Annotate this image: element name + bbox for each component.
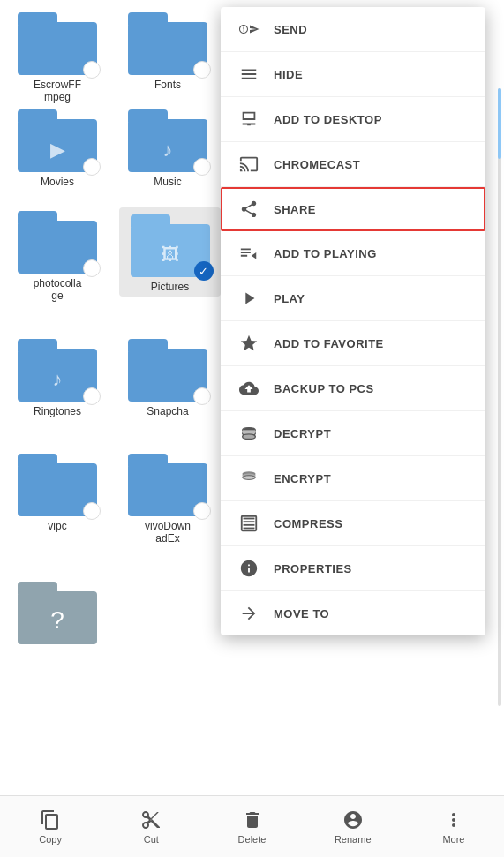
playlist-add-icon	[238, 243, 260, 264]
menu-item-properties[interactable]: PROPERTIES	[221, 546, 485, 591]
file-item-movies[interactable]: ▶ Movies	[9, 106, 106, 188]
folder-icon-ringtones: ♪	[18, 335, 97, 402]
badge-escrowff	[83, 61, 101, 79]
folder-icon-vivodownloadex	[128, 450, 207, 516]
toolbar: Copy Cut Delete Rename More	[0, 795, 504, 857]
file-label-movies: Movies	[41, 176, 74, 188]
menu-item-hide[interactable]: HIDE	[221, 52, 485, 97]
menu-item-chromecast[interactable]: CHROMECAST	[221, 142, 485, 187]
file-item-pictures[interactable]: 🖼 ✓ Pictures	[119, 207, 221, 297]
toolbar-label-rename: Rename	[335, 834, 372, 845]
decrypt-icon	[238, 423, 260, 444]
menu-item-add-to-desktop[interactable]: ADD TO DESKTOP	[221, 97, 485, 142]
menu-label-encrypt: ENCRYPT	[274, 472, 331, 485]
folder-icon-pictures: 🖼 ✓	[131, 211, 210, 277]
folder-icon-escrowff	[18, 9, 97, 75]
menu-label-add-to-favorite: ADD TO FAVORITE	[274, 337, 384, 350]
folder-icon-snapchat	[128, 335, 207, 402]
file-label-pictures: Pictures	[151, 281, 189, 293]
menu-item-move-to[interactable]: MOVE TO	[221, 591, 485, 635]
badge-fonts	[193, 61, 211, 79]
scrollbar-thumb[interactable]	[498, 88, 501, 159]
file-item-photocollage[interactable]: photocollage	[9, 207, 106, 302]
badge-photocollage	[83, 259, 101, 277]
more-icon	[442, 808, 465, 831]
menu-item-add-to-favorite[interactable]: ADD TO FAVORITE	[221, 321, 485, 366]
menu-item-add-to-playing[interactable]: ADD TO PLAYING	[221, 231, 485, 276]
check-badge-pictures: ✓	[194, 261, 214, 281]
badge-vipc	[83, 502, 101, 520]
folder-icon-movies: ▶	[18, 106, 97, 172]
folder-icon-unknown: ?	[18, 578, 97, 644]
toolbar-item-cut[interactable]: Cut	[101, 808, 201, 845]
file-label-vipc: vipc	[48, 520, 66, 532]
file-item-unknown[interactable]: ?	[9, 578, 106, 648]
menu-item-compress[interactable]: COMPRESS	[221, 501, 485, 546]
menu-item-play[interactable]: PLAY	[221, 276, 485, 321]
file-label-escrowff: EscrowFFmpeg	[34, 79, 81, 103]
move-icon	[238, 603, 260, 624]
file-item-snapchat[interactable]: Snapcha	[119, 335, 216, 417]
file-item-music[interactable]: ♪ Music	[119, 106, 216, 188]
svg-rect-17	[244, 528, 255, 530]
svg-rect-14	[244, 518, 255, 520]
svg-rect-16	[244, 524, 255, 526]
badge-vivodownloadex	[193, 502, 211, 520]
folder-icon-vipc	[18, 450, 97, 516]
file-label-snapchat: Snapcha	[147, 405, 188, 417]
compress-icon	[238, 513, 260, 534]
toolbar-label-delete: Delete	[238, 834, 267, 845]
toolbar-item-delete[interactable]: Delete	[201, 808, 302, 845]
folder-icon-fonts	[128, 9, 207, 75]
scrollbar[interactable]	[498, 88, 501, 706]
badge-ringtones	[83, 387, 101, 405]
toolbar-item-copy[interactable]: Copy	[0, 808, 101, 845]
menu-label-send: SEND	[274, 23, 307, 36]
menu-item-send[interactable]: SEND	[221, 7, 485, 52]
hide-icon	[238, 64, 260, 85]
file-label-vivodownloadex: vivoDownadEx	[145, 520, 191, 545]
menu-label-decrypt: DECRYPT	[274, 427, 331, 440]
send-icon	[238, 19, 260, 40]
cloud-upload-icon	[238, 378, 260, 399]
menu-label-chromecast: CHROMECAST	[274, 158, 360, 171]
folder-icon-photocollage	[18, 207, 97, 274]
encrypt-icon	[238, 468, 260, 489]
badge-movies	[83, 158, 101, 176]
toolbar-item-rename[interactable]: Rename	[303, 808, 403, 845]
file-item-vipc[interactable]: vipc	[9, 450, 106, 532]
menu-label-move-to: MOVE TO	[274, 607, 329, 620]
menu-item-backup-to-pcs[interactable]: BACKUP TO PCS	[221, 366, 485, 411]
menu-label-compress: COMPRESS	[274, 517, 342, 530]
file-item-escrowff[interactable]: EscrowFFmpeg	[9, 9, 106, 103]
menu-item-decrypt[interactable]: DECRYPT	[221, 411, 485, 456]
menu-label-properties: PROPERTIES	[274, 562, 352, 575]
file-label-ringtones: Ringtones	[34, 405, 81, 417]
menu-label-add-to-desktop: ADD TO DESKTOP	[274, 113, 382, 126]
file-label-music: Music	[154, 176, 181, 188]
toolbar-label-copy: Copy	[39, 834, 62, 845]
file-item-vivodownloadex[interactable]: vivoDownadEx	[119, 450, 216, 545]
file-label-fonts: Fonts	[154, 79, 181, 91]
folder-icon-music: ♪	[128, 106, 207, 172]
info-icon	[238, 558, 260, 579]
menu-label-backup-to-pcs: BACKUP TO PCS	[274, 382, 374, 395]
star-icon	[238, 333, 260, 354]
context-menu: SEND HIDE ADD TO DESKTOP CHROMECAST SHAR…	[221, 7, 485, 635]
play-icon	[238, 288, 260, 309]
file-item-ringtones[interactable]: ♪ Ringtones	[9, 335, 106, 417]
toolbar-label-cut: Cut	[144, 834, 159, 845]
menu-label-play: PLAY	[274, 292, 305, 305]
copy-icon	[39, 808, 62, 831]
menu-label-share: SHARE	[274, 203, 316, 216]
menu-label-add-to-playing: ADD TO PLAYING	[274, 247, 377, 260]
file-item-fonts[interactable]: Fonts	[119, 9, 216, 91]
menu-item-encrypt[interactable]: ENCRYPT	[221, 456, 485, 501]
delete-icon	[241, 808, 264, 831]
svg-rect-15	[244, 521, 255, 522]
menu-item-share[interactable]: SHARE	[221, 187, 485, 231]
toolbar-item-more[interactable]: More	[403, 808, 504, 845]
chromecast-icon	[238, 154, 260, 175]
badge-music	[193, 158, 211, 176]
file-label-photocollage: photocollage	[34, 277, 82, 302]
